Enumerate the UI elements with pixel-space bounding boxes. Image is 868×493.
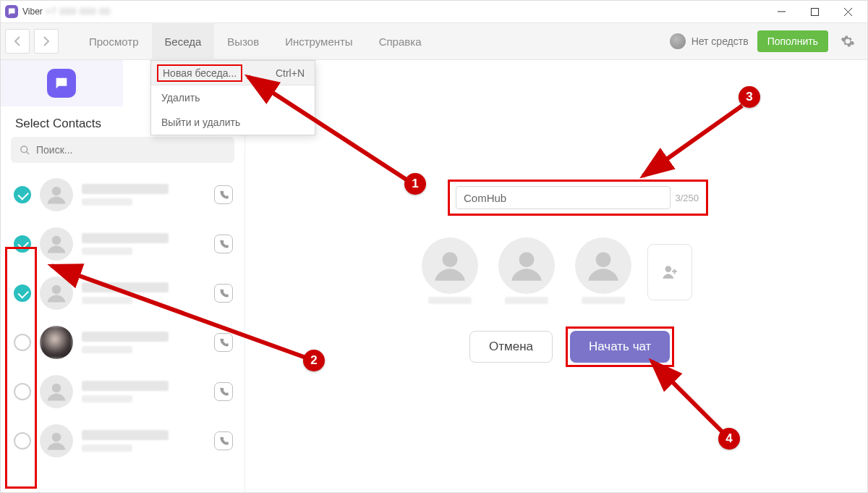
- chat-menu-dropdown: Новая беседа... Ctrl+N Удалить Выйти и у…: [150, 60, 315, 135]
- contact-info: [82, 381, 205, 403]
- contact-avatar: [40, 178, 73, 211]
- svg-point-6: [52, 285, 61, 295]
- contact-info: [82, 430, 205, 452]
- member-avatar: [571, 237, 636, 306]
- annotation-badge-1: 1: [404, 173, 426, 195]
- svg-point-8: [52, 433, 61, 442]
- menu-view[interactable]: Просмотр: [76, 22, 152, 60]
- start-chat-button[interactable]: Начать чат: [570, 331, 670, 363]
- shortcut-label: Ctrl+N: [276, 67, 305, 79]
- viber-call-icon[interactable]: [214, 382, 233, 401]
- contact-checkbox[interactable]: [14, 383, 31, 400]
- search-input[interactable]: [36, 144, 226, 156]
- window-titlebar: Viber+7 000 000 00: [1, 1, 867, 22]
- group-name-input[interactable]: [456, 186, 671, 209]
- maximize-button[interactable]: [798, 1, 831, 22]
- menu-call[interactable]: Вызов: [214, 22, 272, 60]
- svg-point-3: [21, 146, 27, 152]
- contact-avatar: [40, 326, 73, 359]
- contact-row[interactable]: [1, 170, 244, 219]
- topup-button[interactable]: Пополнить: [757, 30, 828, 52]
- char-counter: 3/250: [675, 193, 700, 203]
- svg-point-9: [443, 252, 458, 267]
- contact-row[interactable]: [1, 318, 244, 367]
- contact-info: [82, 332, 205, 353]
- contact-row[interactable]: [1, 367, 244, 416]
- add-member-button[interactable]: [647, 244, 692, 300]
- contact-avatar: [40, 424, 73, 458]
- annotation-badge-3: 3: [739, 86, 760, 108]
- svg-point-12: [665, 266, 672, 272]
- selected-members-row: [417, 237, 692, 306]
- search-field[interactable]: [11, 137, 234, 163]
- search-icon: [20, 145, 30, 156]
- contact-checkbox[interactable]: [14, 186, 31, 203]
- balance-display: Нет средств: [670, 33, 749, 49]
- member-avatar: [417, 237, 482, 306]
- menu-leave-delete[interactable]: Выйти и удалить: [151, 110, 315, 135]
- nav-back-button[interactable]: [5, 29, 30, 54]
- contact-info: [82, 282, 205, 304]
- contact-info: [82, 233, 205, 255]
- svg-point-7: [52, 384, 61, 393]
- menubar: Просмотр Беседа Вызов Инструменты Справк…: [1, 22, 867, 60]
- menu-chat[interactable]: Беседа: [152, 22, 215, 60]
- contact-checkbox[interactable]: [14, 235, 31, 253]
- contact-info: [82, 184, 205, 206]
- viber-call-icon[interactable]: [214, 431, 233, 450]
- chat-icon: [47, 69, 76, 98]
- main-panel: 3/250 Отмена Начать чат: [245, 60, 867, 492]
- svg-point-11: [596, 252, 611, 267]
- contact-list: [1, 170, 244, 465]
- annotation-box-start: Начать чат: [566, 326, 674, 367]
- contact-checkbox[interactable]: [14, 285, 31, 302]
- viber-call-icon[interactable]: [214, 185, 233, 204]
- viber-logo-icon: [5, 5, 18, 18]
- member-avatar: [494, 237, 559, 306]
- settings-button[interactable]: [835, 29, 860, 54]
- menu-delete[interactable]: Удалить: [151, 85, 315, 110]
- viber-call-icon[interactable]: [214, 284, 233, 303]
- user-avatar-icon: [670, 33, 686, 49]
- menu-new-chat[interactable]: Новая беседа... Ctrl+N: [151, 61, 315, 85]
- menu-tools[interactable]: Инструменты: [272, 22, 366, 60]
- nav-forward-button[interactable]: [34, 29, 59, 54]
- annotation-badge-4: 4: [718, 428, 740, 450]
- viber-call-icon[interactable]: [214, 235, 233, 253]
- svg-point-10: [519, 252, 535, 267]
- group-name-field-wrapper: 3/250: [448, 180, 708, 216]
- window-title: Viber+7 000 000 00: [22, 7, 111, 17]
- contact-checkbox[interactable]: [14, 432, 31, 450]
- contact-row[interactable]: [1, 416, 244, 465]
- contact-avatar: [40, 375, 73, 408]
- minimize-button[interactable]: [765, 1, 798, 22]
- annotation-badge-2: 2: [303, 350, 325, 371]
- menu-help[interactable]: Справка: [366, 22, 435, 60]
- contact-checkbox[interactable]: [14, 334, 31, 351]
- close-button[interactable]: [831, 1, 864, 22]
- viber-call-icon[interactable]: [214, 333, 233, 352]
- contact-avatar: [40, 277, 73, 310]
- svg-point-4: [52, 187, 61, 196]
- contact-row[interactable]: [1, 269, 244, 318]
- tab-chats[interactable]: [1, 60, 123, 106]
- svg-point-5: [52, 236, 61, 245]
- contact-avatar: [40, 227, 73, 261]
- cancel-button[interactable]: Отмена: [469, 331, 553, 363]
- svg-rect-0: [811, 8, 818, 15]
- contact-row[interactable]: [1, 219, 244, 269]
